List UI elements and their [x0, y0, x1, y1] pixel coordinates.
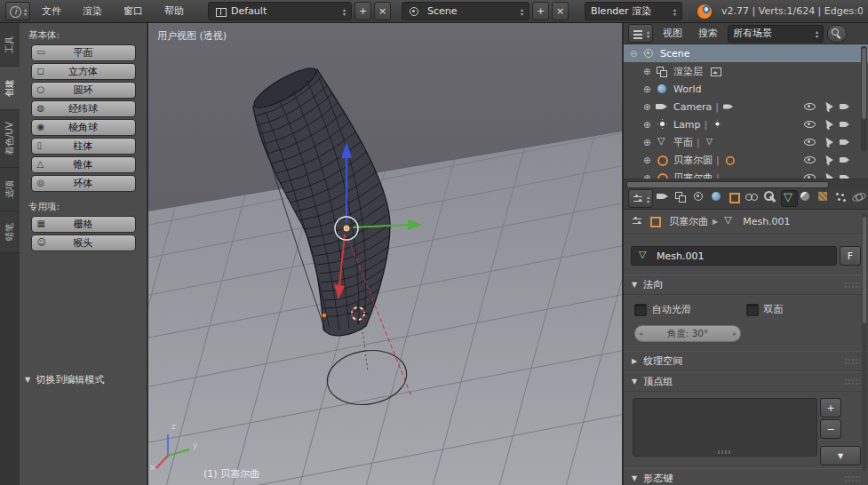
expand-icon[interactable]: ⊕: [643, 120, 656, 130]
vertex-group-specials-button[interactable]: ▼: [820, 446, 861, 465]
viewport-3d[interactable]: 用户视图 (透视) (1) 贝塞尔曲 z y x: [148, 23, 622, 485]
context-world-tab[interactable]: [710, 190, 727, 207]
expand-icon[interactable]: ⊖: [630, 49, 642, 59]
close-scene-button[interactable]: ×: [552, 2, 569, 20]
editor-type-selector[interactable]: ▴▾: [628, 24, 653, 43]
render-toggle-icon[interactable]: [840, 154, 852, 166]
breadcrumb-object[interactable]: 贝塞尔曲: [669, 215, 708, 228]
remove-vertex-group-button[interactable]: −: [820, 419, 841, 439]
context-render-tab[interactable]: [657, 190, 673, 207]
tab-shading-uv[interactable]: 着色/UV: [0, 110, 20, 168]
add-monkey-button[interactable]: ☺猴头: [31, 235, 136, 251]
render-engine-selector[interactable]: Blender 渲染 ▴▾: [585, 2, 682, 20]
outliner-row-plane[interactable]: ⊕ 平面 |: [624, 133, 868, 151]
context-material-tab[interactable]: [799, 190, 816, 207]
expand-icon[interactable]: ⊕: [643, 67, 656, 76]
expand-icon[interactable]: ⊕: [643, 102, 656, 112]
editor-type-selector[interactable]: ▴▾: [5, 2, 30, 20]
add-uvsphere-button[interactable]: ◍经纬球: [31, 100, 136, 117]
panel-texture-space-header[interactable]: ▶ 纹理空间: [624, 351, 868, 371]
outliner-row-scene[interactable]: ⊖ Scene: [624, 44, 868, 62]
close-layout-button[interactable]: ×: [374, 2, 391, 20]
add-plane-button[interactable]: ▭平面: [31, 44, 136, 61]
menu-view[interactable]: 视图: [657, 27, 689, 40]
expand-icon[interactable]: ⊕: [643, 155, 656, 165]
menu-search[interactable]: 搜索: [692, 27, 724, 40]
context-modifiers-tab[interactable]: [763, 190, 780, 207]
menu-help[interactable]: 帮助: [155, 4, 194, 18]
tab-grease-pencil[interactable]: 蜡笔: [0, 211, 20, 253]
menu-window[interactable]: 窗口: [114, 4, 153, 18]
display-mode-selector[interactable]: 所有场景 ▴▾: [728, 25, 824, 43]
smooth-angle-slider[interactable]: 角度: 30°: [634, 325, 741, 342]
panel-grip-icon[interactable]: [844, 358, 860, 365]
scrollbar-thumb[interactable]: [862, 48, 866, 119]
auto-smooth-checkbox[interactable]: [634, 304, 647, 316]
render-toggle-icon[interactable]: [840, 118, 852, 131]
panel-vertex-groups-header[interactable]: ▼ 顶点组: [624, 371, 868, 392]
scene-selector[interactable]: Scene ▴▾: [402, 2, 530, 20]
add-icosphere-button[interactable]: ◉棱角球: [31, 119, 136, 136]
datablock-name-field[interactable]: Mesh.001: [631, 246, 837, 266]
outliner-row-renderlayers[interactable]: ⊕ 渲染层: [624, 62, 868, 80]
expand-icon[interactable]: ⊕: [643, 84, 656, 94]
outliner-row-bezier-circle[interactable]: ⊕ 贝塞尔圆 |: [624, 151, 868, 169]
vertex-groups-list[interactable]: [633, 398, 817, 457]
selectable-toggle-icon[interactable]: [822, 100, 834, 113]
context-physics-tab[interactable]: [852, 190, 868, 207]
hide-toggle-icon[interactable]: [804, 118, 816, 131]
context-data-tab[interactable]: [781, 190, 798, 207]
add-cylinder-button[interactable]: ▯柱体: [31, 138, 136, 155]
scrollbar-thumb[interactable]: [863, 217, 866, 323]
add-layout-button[interactable]: +: [354, 2, 371, 20]
outliner-row-world[interactable]: ⊕ World: [624, 80, 868, 98]
double-sided-checkbox[interactable]: [746, 304, 759, 316]
panel-normals-header[interactable]: ▼ 法向: [624, 274, 868, 295]
screen-layout-selector[interactable]: Default ▴▾: [208, 2, 352, 20]
add-vertex-group-button[interactable]: +: [820, 398, 841, 417]
context-object-tab[interactable]: [728, 190, 745, 207]
render-toggle-icon[interactable]: [840, 136, 852, 148]
panel-grip-icon[interactable]: [844, 282, 860, 289]
tab-create[interactable]: 创建: [0, 67, 20, 110]
outliner-vertical-scrollbar[interactable]: [861, 46, 867, 151]
selectable-toggle-icon[interactable]: [822, 154, 834, 166]
menu-file[interactable]: 文件: [32, 4, 71, 18]
outliner-horizontal-scrollbar[interactable]: [624, 179, 868, 188]
selectable-toggle-icon[interactable]: [822, 136, 834, 148]
selectable-toggle-icon[interactable]: [822, 118, 834, 131]
outliner-row-camera[interactable]: ⊕ Camera |: [624, 98, 868, 115]
properties-vertical-scrollbar[interactable]: [862, 213, 867, 471]
panel-grip-icon[interactable]: [844, 475, 860, 482]
list-resize-grip[interactable]: [718, 450, 732, 454]
tab-tools[interactable]: 工具: [0, 23, 20, 67]
hide-toggle-icon[interactable]: [804, 100, 816, 113]
breadcrumb-data[interactable]: Mesh.001: [743, 216, 790, 227]
hide-toggle-icon[interactable]: [804, 154, 816, 166]
menu-render[interactable]: 渲染: [73, 4, 112, 18]
fake-user-button[interactable]: F: [840, 246, 861, 266]
expand-icon[interactable]: ⊕: [643, 138, 656, 147]
add-cube-button[interactable]: ◻立方体: [31, 63, 136, 80]
context-texture-tab[interactable]: [816, 190, 833, 207]
context-constraints-tab[interactable]: [745, 190, 762, 207]
render-toggle-icon[interactable]: [840, 100, 852, 113]
panel-switch-edit-mode[interactable]: ▼ 切换到编辑模式: [25, 373, 104, 386]
add-cone-button[interactable]: △锥体: [31, 156, 136, 173]
context-particles-tab[interactable]: [834, 190, 851, 207]
hide-toggle-icon[interactable]: [804, 136, 816, 148]
outliner-row-lamp[interactable]: ⊕ Lamp |: [624, 115, 868, 133]
add-torus-button[interactable]: ◎环体: [31, 175, 136, 192]
scrollbar-thumb[interactable]: [626, 181, 829, 188]
add-circle-button[interactable]: ○圆环: [31, 82, 136, 99]
editor-type-selector[interactable]: ▴▾: [628, 189, 653, 208]
search-button[interactable]: [827, 25, 847, 43]
add-scene-button[interactable]: +: [532, 2, 549, 20]
panel-grip-icon[interactable]: [844, 378, 860, 386]
viewport-canvas[interactable]: [148, 23, 622, 485]
context-renderlayers-tab[interactable]: [674, 190, 691, 207]
add-grid-button[interactable]: ▦栅格: [31, 216, 136, 233]
context-scene-tab[interactable]: [692, 190, 709, 207]
panel-shape-keys-header[interactable]: ▼ 形态键: [624, 468, 868, 485]
tab-options[interactable]: 选项: [0, 168, 20, 211]
